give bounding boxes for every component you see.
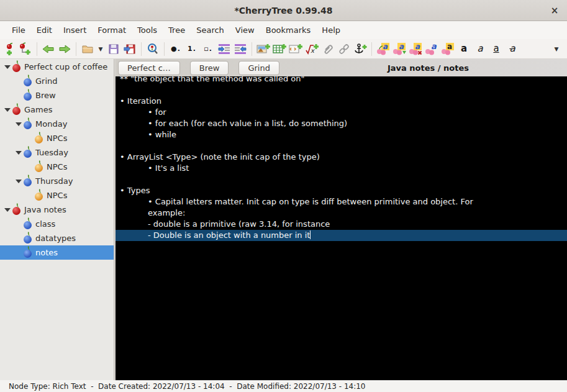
breadcrumb: Perfect c…BrewGrind <box>118 61 289 75</box>
color-foreground-alt-icon[interactable]: a <box>424 41 440 57</box>
node-button[interactable]: Grind <box>238 61 279 75</box>
menu-format[interactable]: Format <box>92 23 132 37</box>
text-highlight-icon[interactable]: a <box>440 41 456 57</box>
editor-line-selected: - Double is an object with a number in i… <box>116 230 567 241</box>
cherry-blue-icon <box>24 121 32 129</box>
svg-text:a: a <box>383 42 388 51</box>
menu-search[interactable]: Search <box>191 23 230 37</box>
editor-line: ** "the object that the method was calle… <box>116 76 567 84</box>
tree-node-label: notes <box>35 248 58 257</box>
cherry-blue-icon <box>24 178 32 186</box>
tree-node-label: Grind <box>35 76 58 86</box>
bold-icon[interactable]: a <box>456 41 472 57</box>
strikethrough-icon[interactable]: a <box>504 41 520 57</box>
expander-icon[interactable] <box>2 208 12 212</box>
tree-sidebar[interactable]: Perfect cup of coffeeGrindBrewGamesMonda… <box>0 59 114 380</box>
editor-line: - double is a primitive (raw 3.14, for i… <box>116 219 567 230</box>
tree-node-label: Monday <box>35 119 67 129</box>
editor-line: • Capital letters matter. Init cap on ty… <box>116 196 567 207</box>
cherry-blue-icon <box>24 93 32 101</box>
cherry-blue-icon <box>24 221 32 229</box>
insert-anchor-icon[interactable] <box>352 41 368 57</box>
menu-view[interactable]: View <box>230 23 260 37</box>
expander-icon[interactable] <box>2 108 12 112</box>
editor-line: • for each (for each value in a list, do… <box>116 118 567 129</box>
cherry-blue-icon <box>24 235 32 244</box>
tree-node-label: Brew <box>35 91 56 100</box>
tree-node-row[interactable]: NPCs <box>0 131 114 145</box>
remove-formatting-icon[interactable]: a <box>407 41 424 57</box>
node-button[interactable]: Brew <box>190 61 229 75</box>
menu-help[interactable]: Help <box>316 23 346 37</box>
find-node-icon[interactable] <box>145 41 161 57</box>
italic-icon[interactable]: a <box>472 41 488 57</box>
tree-node-row[interactable]: NPCs <box>0 188 114 203</box>
open-file-dropdown-icon[interactable]: ▼ <box>96 41 106 57</box>
svg-text:x: x <box>311 47 315 54</box>
tree-node-row[interactable]: notes <box>0 245 114 260</box>
menu-bar: FileEditInsertFormatToolsTreeSearchViewB… <box>0 21 567 39</box>
menu-bookmarks[interactable]: Bookmarks <box>260 23 317 37</box>
underline-icon[interactable]: a <box>488 41 504 57</box>
editor-line: • ArrayList <Type> (note the init cap of… <box>116 152 567 163</box>
expander-icon[interactable] <box>14 180 24 183</box>
editor-lines: ** "the object that the method was calle… <box>116 76 567 241</box>
tree-node-label: datatypes <box>35 234 76 243</box>
insert-codebox-icon[interactable] <box>288 41 304 57</box>
menu-edit[interactable]: Edit <box>31 23 58 37</box>
cherry-blue-icon <box>24 150 32 158</box>
tree-node-row[interactable]: Brew <box>0 88 114 103</box>
editor-line: • Iteration <box>116 96 567 107</box>
attach-file-icon[interactable] <box>320 41 336 57</box>
todo-list-icon[interactable]: ▫. <box>200 41 216 57</box>
tree-node-row[interactable]: Thursday <box>0 174 114 188</box>
tree-node-label: NPCs <box>47 134 67 143</box>
new-node-icon[interactable] <box>1 41 17 57</box>
color-background-icon[interactable]: a <box>391 41 407 57</box>
tree-node-row[interactable]: Games <box>0 103 114 117</box>
insert-table-icon[interactable] <box>271 41 288 57</box>
insert-formula-icon[interactable]: x <box>304 41 320 57</box>
menu-tools[interactable]: Tools <box>132 23 163 37</box>
node-path-title: Java notes / notes <box>289 63 567 73</box>
close-icon[interactable]: × <box>548 4 561 17</box>
tree-node-row[interactable]: datatypes <box>0 231 114 245</box>
bullet-list-icon[interactable]: ●. <box>168 41 184 57</box>
rich-text-editor[interactable]: ** "the object that the method was calle… <box>116 76 567 380</box>
menu-tree[interactable]: Tree <box>163 23 191 37</box>
window-title: *CherryTree 0.99.48 <box>234 6 332 16</box>
go-forward-icon[interactable] <box>57 41 73 57</box>
menu-file[interactable]: File <box>6 23 31 37</box>
node-button[interactable]: Perfect c… <box>118 61 180 75</box>
expander-icon[interactable] <box>14 122 24 126</box>
insert-link-icon[interactable] <box>336 41 352 57</box>
expander-icon[interactable] <box>2 65 12 69</box>
color-foreground-icon[interactable]: a <box>375 41 391 57</box>
tree-node-label: NPCs <box>47 162 67 171</box>
expander-icon[interactable] <box>14 151 24 155</box>
menu-insert[interactable]: Insert <box>58 23 92 37</box>
editor-line <box>116 84 567 96</box>
open-file-icon[interactable] <box>79 41 96 57</box>
go-back-icon[interactable] <box>40 41 57 57</box>
tree-node-row[interactable]: Java notes <box>0 203 114 217</box>
save-as-icon[interactable] <box>122 41 138 57</box>
tree-node-row[interactable]: Perfect cup of coffee <box>0 60 114 74</box>
editor-line: • It's a list <box>116 163 567 174</box>
indent-right-icon[interactable] <box>216 41 232 57</box>
tree-node-row[interactable]: NPCs <box>0 160 114 174</box>
content-pane: Perfect c…BrewGrind Java notes / notes *… <box>116 59 567 380</box>
save-icon[interactable] <box>106 41 122 57</box>
new-subnode-icon[interactable] <box>17 41 34 57</box>
main-area: Perfect cup of coffeeGrindBrewGamesMonda… <box>0 59 567 380</box>
path-bar: Perfect c…BrewGrind Java notes / notes <box>116 59 567 76</box>
tree-node-row[interactable]: Monday <box>0 117 114 131</box>
numbered-list-icon[interactable]: 1. <box>184 41 200 57</box>
tree-node-label: Java notes <box>24 205 66 214</box>
toolbar-overflow-icon[interactable]: ▼ <box>548 41 565 57</box>
tree-node-row[interactable]: class <box>0 217 114 231</box>
tree-node-row[interactable]: Grind <box>0 74 114 88</box>
tree-node-row[interactable]: Tuesday <box>0 145 114 160</box>
insert-image-icon[interactable] <box>255 41 271 57</box>
indent-left-icon[interactable] <box>232 41 248 57</box>
